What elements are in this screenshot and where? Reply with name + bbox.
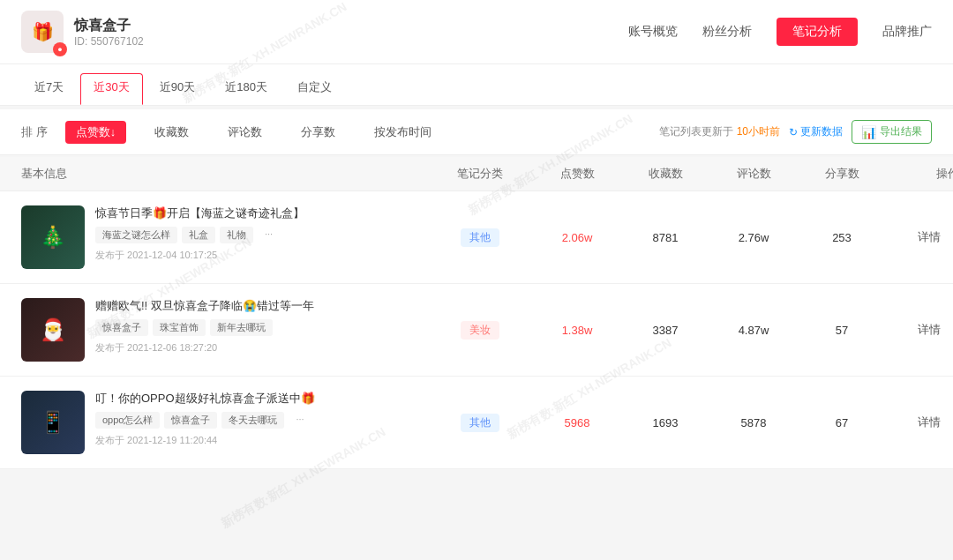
cell-actions-2: 详情 原文 bbox=[886, 322, 953, 338]
note-tags-2: 惊喜盒子 珠宝首饰 新年去哪玩 bbox=[95, 319, 427, 336]
cell-actions-1: 详情 原文 bbox=[886, 229, 953, 245]
cell-shares-1: 253 bbox=[798, 231, 886, 244]
tab-90days[interactable]: 近90天 bbox=[146, 73, 208, 105]
tag-more: ··· bbox=[258, 227, 280, 243]
tag-more: ··· bbox=[289, 412, 311, 429]
th-shares: 分享数 bbox=[798, 166, 886, 182]
nav-brand-promo[interactable]: 品牌推广 bbox=[882, 24, 932, 40]
nav-fans-analysis[interactable]: 粉丝分析 bbox=[702, 24, 752, 40]
cell-category-3: 其他 bbox=[427, 414, 533, 432]
table-row: 🎄 惊喜节日季🎁开启【海蓝之谜奇迹礼盒】 海蓝之谜怎么样 礼盒 礼物 ··· 发… bbox=[0, 191, 953, 284]
sort-by-shares[interactable]: 分享数 bbox=[290, 121, 346, 144]
sort-by-comments[interactable]: 评论数 bbox=[217, 121, 273, 144]
detail-link-1[interactable]: 详情 bbox=[918, 230, 941, 243]
note-info-3: 📱 叮！你的OPPO超级好礼惊喜盒子派送中🎁 oppo怎么样 惊喜盒子 冬天去哪… bbox=[21, 391, 427, 454]
avatar-emoji: 🎁 bbox=[32, 21, 54, 42]
note-title-1: 惊喜节日季🎁开启【海蓝之谜奇迹礼盒】 bbox=[95, 205, 427, 221]
tab-custom[interactable]: 自定义 bbox=[284, 73, 345, 105]
cell-info-2: 🎅 赠赠欧气!! 双旦惊喜盒子降临😭错过等一年 惊喜盒子 珠宝首饰 新年去哪玩 … bbox=[21, 298, 427, 362]
account-info: 🎁 ● 惊喜盒子 ID: 550767102 bbox=[21, 11, 144, 53]
sort-by-favorites[interactable]: 收藏数 bbox=[144, 121, 199, 144]
note-thumb-1: 🎄 bbox=[21, 205, 85, 269]
note-tags-1: 海蓝之谜怎么样 礼盒 礼物 ··· bbox=[95, 227, 427, 243]
cell-comments-3: 5878 bbox=[709, 416, 798, 429]
cell-category-2: 美妆 bbox=[427, 321, 533, 340]
note-title-3: 叮！你的OPPO超级好礼惊喜盒子派送中🎁 bbox=[95, 391, 427, 407]
table-row: 🎅 赠赠欧气!! 双旦惊喜盒子降临😭错过等一年 惊喜盒子 珠宝首饰 新年去哪玩 … bbox=[0, 284, 953, 377]
tag: 惊喜盒子 bbox=[164, 412, 217, 429]
cell-actions-3: 详情 原文 bbox=[886, 414, 953, 430]
cell-shares-2: 57 bbox=[798, 324, 886, 337]
refresh-btn[interactable]: ↻ 更新数据 bbox=[789, 124, 843, 139]
detail-link-3[interactable]: 详情 bbox=[918, 415, 941, 429]
export-btn[interactable]: 📊 导出结果 bbox=[852, 120, 932, 144]
nav-account-overview[interactable]: 账号概览 bbox=[628, 24, 678, 40]
tag: 礼物 bbox=[220, 227, 253, 243]
note-tags-3: oppo怎么样 惊喜盒子 冬天去哪玩 ··· bbox=[95, 412, 427, 429]
th-actions: 操作 bbox=[886, 166, 953, 182]
th-basic-info: 基本信息 bbox=[21, 166, 427, 182]
note-info-2: 🎅 赠赠欧气!! 双旦惊喜盒子降临😭错过等一年 惊喜盒子 珠宝首饰 新年去哪玩 … bbox=[21, 298, 427, 362]
avatar-badge: ● bbox=[53, 42, 67, 56]
th-comments: 评论数 bbox=[709, 166, 798, 182]
update-time-text: 笔记列表更新于 10小时前 bbox=[659, 124, 780, 139]
category-badge-3: 其他 bbox=[461, 414, 499, 432]
cell-shares-3: 67 bbox=[798, 416, 886, 429]
refresh-icon: ↻ bbox=[789, 126, 798, 138]
account-id: ID: 550767102 bbox=[74, 35, 144, 48]
header-nav: 账号概览 粉丝分析 笔记分析 品牌推广 bbox=[628, 18, 932, 46]
category-badge-2: 美妆 bbox=[461, 321, 499, 340]
detail-link-2[interactable]: 详情 bbox=[918, 323, 941, 336]
cell-info-3: 📱 叮！你的OPPO超级好礼惊喜盒子派送中🎁 oppo怎么样 惊喜盒子 冬天去哪… bbox=[21, 391, 427, 454]
tab-30days[interactable]: 近30天 bbox=[80, 73, 142, 105]
excel-icon: 📊 bbox=[861, 125, 876, 139]
note-date-3: 发布于 2021-12-19 11:20:44 bbox=[95, 434, 427, 447]
cell-comments-2: 4.87w bbox=[709, 324, 798, 337]
tab-7days[interactable]: 近7天 bbox=[21, 73, 77, 105]
account-name: 惊喜盒子 bbox=[74, 17, 144, 35]
tab-180days[interactable]: 近180天 bbox=[212, 73, 281, 105]
nav-note-analysis[interactable]: 笔记分析 bbox=[777, 18, 858, 46]
refresh-label: 更新数据 bbox=[800, 124, 843, 139]
notes-table: 基本信息 笔记分类 点赞数 收藏数 评论数 分享数 操作 🎄 惊喜节日季🎁开启【… bbox=[0, 157, 953, 469]
filter-right: 笔记列表更新于 10小时前 ↻ 更新数据 📊 导出结果 bbox=[659, 120, 932, 144]
note-thumb-2: 🎅 bbox=[21, 298, 85, 362]
tag: 冬天去哪玩 bbox=[221, 412, 284, 429]
cell-favorites-2: 3387 bbox=[621, 324, 709, 337]
note-content-3: 叮！你的OPPO超级好礼惊喜盒子派送中🎁 oppo怎么样 惊喜盒子 冬天去哪玩 … bbox=[95, 391, 427, 447]
th-favorites: 收藏数 bbox=[621, 166, 709, 182]
cell-category-1: 其他 bbox=[427, 228, 533, 247]
avatar: 🎁 ● bbox=[21, 11, 64, 53]
header: 🎁 ● 惊喜盒子 ID: 550767102 账号概览 粉丝分析 笔记分析 品牌… bbox=[0, 0, 953, 64]
export-label: 导出结果 bbox=[880, 124, 922, 139]
tag: 海蓝之谜怎么样 bbox=[95, 227, 177, 243]
cell-likes-1: 2.06w bbox=[533, 231, 621, 244]
cell-comments-1: 2.76w bbox=[709, 231, 798, 244]
tag: 礼盒 bbox=[182, 227, 215, 243]
note-date-1: 发布于 2021-12-04 10:17:25 bbox=[95, 249, 427, 262]
sort-by-likes[interactable]: 点赞数↓ bbox=[65, 121, 127, 144]
table-row: 📱 叮！你的OPPO超级好礼惊喜盒子派送中🎁 oppo怎么样 惊喜盒子 冬天去哪… bbox=[0, 377, 953, 469]
note-content-1: 惊喜节日季🎁开启【海蓝之谜奇迹礼盒】 海蓝之谜怎么样 礼盒 礼物 ··· 发布于… bbox=[95, 205, 427, 262]
account-details: 惊喜盒子 ID: 550767102 bbox=[74, 17, 144, 48]
filter-bar: 排 序 点赞数↓ 收藏数 评论数 分享数 按发布时间 笔记列表更新于 10小时前… bbox=[0, 109, 953, 155]
note-info-1: 🎄 惊喜节日季🎁开启【海蓝之谜奇迹礼盒】 海蓝之谜怎么样 礼盒 礼物 ··· 发… bbox=[21, 205, 427, 269]
cell-info-1: 🎄 惊喜节日季🎁开启【海蓝之谜奇迹礼盒】 海蓝之谜怎么样 礼盒 礼物 ··· 发… bbox=[21, 205, 427, 269]
tabs-bar: 近7天 近30天 近90天 近180天 自定义 bbox=[0, 64, 953, 106]
table-header: 基本信息 笔记分类 点赞数 收藏数 评论数 分享数 操作 bbox=[0, 157, 953, 191]
category-badge-1: 其他 bbox=[461, 228, 499, 247]
sort-by-publish-time[interactable]: 按发布时间 bbox=[364, 121, 442, 144]
tag: oppo怎么样 bbox=[95, 412, 160, 429]
note-content-2: 赠赠欧气!! 双旦惊喜盒子降临😭错过等一年 惊喜盒子 珠宝首饰 新年去哪玩 发布… bbox=[95, 298, 427, 355]
tag: 新年去哪玩 bbox=[210, 319, 273, 336]
th-likes: 点赞数 bbox=[533, 166, 621, 182]
tag: 珠宝首饰 bbox=[153, 319, 206, 336]
cell-likes-2: 1.38w bbox=[533, 324, 621, 337]
sort-label: 排 序 bbox=[21, 124, 48, 140]
note-title-2: 赠赠欧气!! 双旦惊喜盒子降临😭错过等一年 bbox=[95, 298, 427, 314]
cell-likes-3: 5968 bbox=[533, 416, 621, 429]
cell-favorites-3: 1693 bbox=[621, 416, 709, 429]
cell-favorites-1: 8781 bbox=[621, 231, 709, 244]
th-category: 笔记分类 bbox=[427, 166, 533, 182]
note-thumb-3: 📱 bbox=[21, 391, 85, 454]
